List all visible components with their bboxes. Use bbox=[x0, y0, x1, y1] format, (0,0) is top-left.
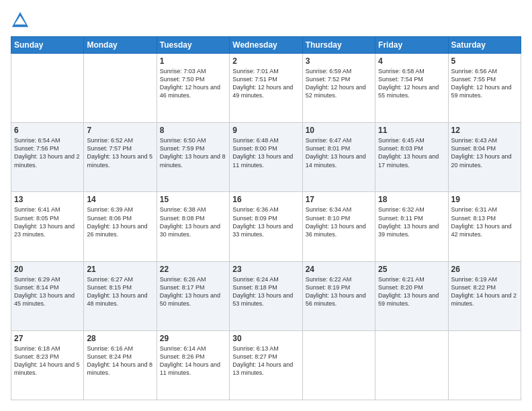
cell-daylight: Daylight: 13 hours and 45 minutes. bbox=[14, 292, 75, 307]
calendar-cell: 9Sunrise: 6:48 AMSunset: 8:00 PMDaylight… bbox=[230, 123, 302, 192]
calendar-cell: 27Sunrise: 6:18 AMSunset: 8:23 PMDayligh… bbox=[11, 330, 84, 400]
cell-sunrise: Sunrise: 6:50 AM bbox=[160, 137, 206, 144]
cell-sunrise: Sunrise: 6:34 AM bbox=[306, 206, 352, 213]
cell-daylight: Daylight: 13 hours and 39 minutes. bbox=[378, 223, 439, 238]
cell-daylight: Daylight: 13 hours and 36 minutes. bbox=[306, 223, 366, 238]
cell-sunset: Sunset: 7:59 PM bbox=[160, 145, 205, 152]
day-number: 5 bbox=[451, 56, 518, 66]
day-number: 10 bbox=[306, 126, 372, 135]
cell-sunrise: Sunrise: 6:54 AM bbox=[14, 137, 60, 144]
header bbox=[11, 11, 521, 30]
cell-sunset: Sunset: 8:19 PM bbox=[306, 284, 351, 291]
cell-daylight: Daylight: 13 hours and 50 minutes. bbox=[160, 292, 220, 307]
cell-sunrise: Sunrise: 6:27 AM bbox=[87, 276, 133, 283]
cell-sunset: Sunset: 7:51 PM bbox=[232, 76, 277, 83]
cell-daylight: Daylight: 13 hours and 48 minutes. bbox=[87, 292, 147, 307]
day-number: 11 bbox=[378, 126, 445, 135]
day-number: 17 bbox=[306, 195, 372, 204]
day-number: 6 bbox=[14, 126, 81, 135]
calendar-cell: 18Sunrise: 6:32 AMSunset: 8:11 PMDayligh… bbox=[375, 192, 448, 261]
cell-daylight: Daylight: 13 hours and 17 minutes. bbox=[378, 153, 439, 168]
calendar-cell: 1Sunrise: 7:03 AMSunset: 7:50 PMDaylight… bbox=[157, 54, 229, 123]
calendar-cell: 14Sunrise: 6:39 AMSunset: 8:06 PMDayligh… bbox=[84, 192, 157, 261]
calendar-cell: 30Sunrise: 6:13 AMSunset: 8:27 PMDayligh… bbox=[230, 330, 302, 400]
cell-sunrise: Sunrise: 6:39 AM bbox=[87, 206, 133, 213]
cell-daylight: Daylight: 13 hours and 11 minutes. bbox=[232, 153, 293, 168]
calendar-week-row: 27Sunrise: 6:18 AMSunset: 8:23 PMDayligh… bbox=[11, 330, 521, 400]
cell-sunrise: Sunrise: 6:59 AM bbox=[306, 68, 352, 75]
cell-sunrise: Sunrise: 6:52 AM bbox=[87, 137, 133, 144]
cell-daylight: Daylight: 13 hours and 23 minutes. bbox=[14, 223, 75, 238]
day-number: 23 bbox=[232, 265, 299, 274]
cell-daylight: Daylight: 13 hours and 53 minutes. bbox=[232, 292, 293, 307]
cell-daylight: Daylight: 13 hours and 33 minutes. bbox=[232, 223, 293, 238]
calendar-cell: 2Sunrise: 7:01 AMSunset: 7:51 PMDaylight… bbox=[230, 54, 302, 123]
weekday-header: Friday bbox=[375, 37, 448, 54]
day-number: 19 bbox=[451, 195, 518, 204]
cell-sunrise: Sunrise: 6:45 AM bbox=[378, 137, 425, 144]
day-number: 16 bbox=[232, 195, 299, 204]
calendar-cell: 20Sunrise: 6:29 AMSunset: 8:14 PMDayligh… bbox=[11, 261, 84, 330]
cell-sunset: Sunset: 7:50 PM bbox=[160, 76, 205, 83]
day-number: 28 bbox=[87, 334, 153, 343]
cell-daylight: Daylight: 13 hours and 5 minutes. bbox=[87, 153, 152, 168]
cell-daylight: Daylight: 14 hours and 11 minutes. bbox=[160, 361, 220, 376]
calendar-week-row: 13Sunrise: 6:41 AMSunset: 8:05 PMDayligh… bbox=[11, 192, 521, 261]
cell-sunset: Sunset: 8:13 PM bbox=[451, 215, 496, 222]
calendar-cell: 12Sunrise: 6:43 AMSunset: 8:04 PMDayligh… bbox=[448, 123, 521, 192]
cell-sunset: Sunset: 7:52 PM bbox=[306, 76, 351, 83]
cell-daylight: Daylight: 13 hours and 26 minutes. bbox=[87, 223, 147, 238]
calendar-cell: 17Sunrise: 6:34 AMSunset: 8:10 PMDayligh… bbox=[302, 192, 375, 261]
cell-sunrise: Sunrise: 6:56 AM bbox=[451, 68, 498, 75]
cell-daylight: Daylight: 13 hours and 30 minutes. bbox=[160, 223, 220, 238]
cell-sunset: Sunset: 7:55 PM bbox=[451, 76, 496, 83]
calendar-cell bbox=[11, 54, 84, 123]
cell-sunrise: Sunrise: 6:14 AM bbox=[160, 345, 206, 352]
cell-sunset: Sunset: 7:56 PM bbox=[14, 145, 59, 152]
calendar-week-row: 6Sunrise: 6:54 AMSunset: 7:56 PMDaylight… bbox=[11, 123, 521, 192]
day-number: 8 bbox=[160, 126, 226, 135]
day-number: 12 bbox=[451, 126, 518, 135]
day-number: 3 bbox=[306, 56, 372, 66]
cell-sunset: Sunset: 8:09 PM bbox=[232, 215, 277, 222]
cell-sunset: Sunset: 8:17 PM bbox=[160, 284, 205, 291]
weekday-header: Sunday bbox=[11, 37, 84, 54]
cell-sunrise: Sunrise: 6:47 AM bbox=[306, 137, 352, 144]
calendar-cell: 16Sunrise: 6:36 AMSunset: 8:09 PMDayligh… bbox=[230, 192, 302, 261]
calendar-cell: 24Sunrise: 6:22 AMSunset: 8:19 PMDayligh… bbox=[302, 261, 375, 330]
day-number: 30 bbox=[232, 334, 299, 343]
calendar-cell: 15Sunrise: 6:38 AMSunset: 8:08 PMDayligh… bbox=[157, 192, 229, 261]
day-number: 25 bbox=[378, 265, 445, 274]
cell-sunset: Sunset: 8:15 PM bbox=[87, 284, 132, 291]
calendar-cell: 8Sunrise: 6:50 AMSunset: 7:59 PMDaylight… bbox=[157, 123, 229, 192]
calendar-cell: 29Sunrise: 6:14 AMSunset: 8:26 PMDayligh… bbox=[157, 330, 229, 400]
calendar-cell: 26Sunrise: 6:19 AMSunset: 8:22 PMDayligh… bbox=[448, 261, 521, 330]
cell-sunrise: Sunrise: 6:21 AM bbox=[378, 276, 425, 283]
cell-sunrise: Sunrise: 6:41 AM bbox=[14, 206, 60, 213]
calendar-week-row: 20Sunrise: 6:29 AMSunset: 8:14 PMDayligh… bbox=[11, 261, 521, 330]
day-number: 29 bbox=[160, 334, 226, 343]
cell-sunrise: Sunrise: 6:32 AM bbox=[378, 206, 425, 213]
day-number: 21 bbox=[87, 265, 153, 274]
cell-sunset: Sunset: 8:23 PM bbox=[14, 353, 59, 360]
cell-sunset: Sunset: 8:26 PM bbox=[160, 353, 205, 360]
calendar-week-row: 1Sunrise: 7:03 AMSunset: 7:50 PMDaylight… bbox=[11, 54, 521, 123]
day-number: 13 bbox=[14, 195, 81, 204]
calendar-cell: 5Sunrise: 6:56 AMSunset: 7:55 PMDaylight… bbox=[448, 54, 521, 123]
cell-sunrise: Sunrise: 6:29 AM bbox=[14, 276, 60, 283]
weekday-header-row: SundayMondayTuesdayWednesdayThursdayFrid… bbox=[11, 37, 521, 54]
calendar-cell: 28Sunrise: 6:16 AMSunset: 8:24 PMDayligh… bbox=[84, 330, 157, 400]
cell-sunrise: Sunrise: 6:36 AM bbox=[232, 206, 279, 213]
cell-sunrise: Sunrise: 6:31 AM bbox=[451, 206, 498, 213]
cell-daylight: Daylight: 12 hours and 49 minutes. bbox=[232, 84, 293, 99]
calendar-cell: 10Sunrise: 6:47 AMSunset: 8:01 PMDayligh… bbox=[302, 123, 375, 192]
calendar-cell bbox=[448, 330, 521, 400]
cell-daylight: Daylight: 14 hours and 5 minutes. bbox=[14, 361, 80, 376]
calendar-cell: 22Sunrise: 6:26 AMSunset: 8:17 PMDayligh… bbox=[157, 261, 229, 330]
cell-sunrise: Sunrise: 6:43 AM bbox=[451, 137, 498, 144]
day-number: 18 bbox=[378, 195, 445, 204]
cell-sunset: Sunset: 8:11 PM bbox=[378, 215, 423, 222]
cell-daylight: Daylight: 12 hours and 59 minutes. bbox=[451, 84, 512, 99]
calendar-cell bbox=[375, 330, 448, 400]
calendar-cell bbox=[84, 54, 157, 123]
